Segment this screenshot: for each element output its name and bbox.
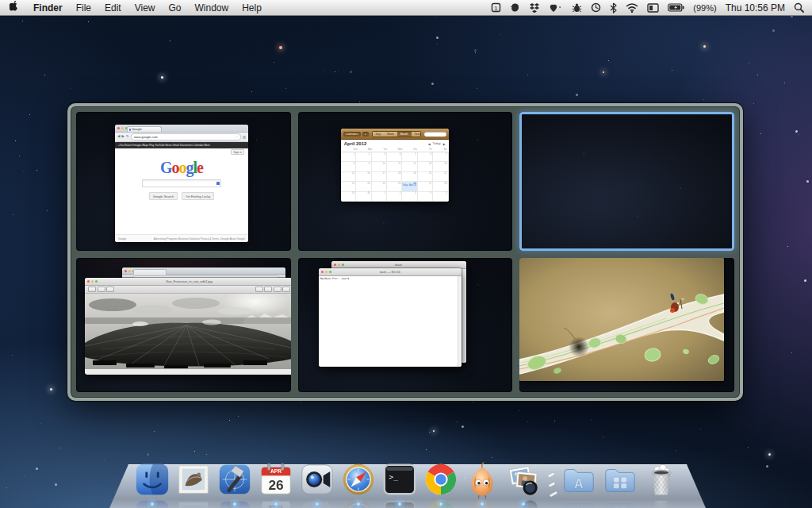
san-francisco-panorama-photo — [85, 294, 291, 369]
menu-window[interactable]: Window — [195, 2, 229, 13]
space-4-preview[interactable]: San_Francisco_in_ruin_edit2.jpg — [76, 258, 291, 392]
app-box-icon[interactable]: 1 — [491, 2, 501, 13]
calendar-day: 23 — [356, 182, 371, 191]
svg-text:>_: >_ — [389, 472, 399, 481]
calendar-day: 17 — [372, 172, 387, 182]
time-machine-icon[interactable] — [591, 2, 601, 13]
space-2-ical[interactable]: Calendars + DayWeekMonthYear April 2012 … — [298, 112, 513, 251]
menu-edit[interactable]: Edit — [105, 2, 121, 13]
logo-letter: e — [197, 159, 203, 176]
dock-safari-icon[interactable] — [340, 461, 377, 498]
bright-star — [279, 46, 282, 49]
apple-menu-icon[interactable] — [10, 1, 20, 15]
chrome-menu-icon — [243, 136, 246, 139]
menu-bar-left: Finder File Edit View Go Window Help — [0, 1, 262, 15]
calendar-day: 9 — [356, 162, 371, 171]
ical-window-thumbnail[interactable]: Calendars + DayWeekMonthYear April 2012 … — [341, 129, 449, 202]
dock-terminal-icon[interactable]: >_ — [381, 461, 418, 498]
prev-month-arrow: ◀ — [428, 142, 431, 146]
bluetooth-icon[interactable] — [610, 2, 617, 13]
space-1-chrome-google[interactable]: Google ◀ ▶ ↻ www.google.com☆ +You Search… — [76, 112, 291, 251]
svg-text:A: A — [574, 476, 584, 491]
chrome-tab: Google — [127, 126, 162, 132]
calendar-day: 1 — [341, 152, 356, 162]
calendar-day: 24 — [372, 182, 387, 191]
menu-file[interactable]: File — [76, 2, 91, 13]
dock-xcode-icon[interactable] — [216, 461, 253, 498]
bookmark-star-icon: ☆ — [235, 135, 238, 140]
back-icon: ◀ — [117, 135, 120, 139]
view-segmented-control: DayWeekMonthYear — [372, 131, 421, 137]
calendar-day: 2 — [387, 192, 402, 202]
calendar-day: 13 — [418, 162, 433, 171]
dock-facetime-icon[interactable] — [299, 461, 335, 498]
desktop: Finder File Edit View Go Window Help 1 — [0, 0, 812, 508]
menu-help[interactable]: Help — [242, 2, 262, 13]
logo-letter: G — [160, 159, 172, 176]
dock-preview-icon[interactable] — [505, 461, 542, 498]
ical-month-title: April 2012 — [344, 141, 367, 146]
bug-icon[interactable] — [572, 2, 582, 13]
battery-icon[interactable] — [668, 3, 684, 12]
dock-chrome-icon[interactable] — [423, 461, 459, 498]
dropbox-icon[interactable] — [529, 2, 540, 13]
dock-items: APR 26 — [134, 461, 680, 498]
calendar-day: 12 — [402, 162, 417, 171]
dock-botanicula-icon[interactable] — [464, 461, 500, 498]
calendar-day: 22 — [341, 182, 356, 191]
calendar-day: 3 — [372, 152, 387, 162]
calendar-day: 27 — [418, 182, 433, 191]
menu-app-name[interactable]: Finder — [33, 2, 63, 13]
spotlight-icon[interactable] — [794, 2, 804, 13]
display-icon[interactable] — [647, 3, 659, 13]
menu-clock[interactable]: Thu 10:56 PM — [726, 2, 785, 13]
terminal-scrollbar — [458, 276, 462, 367]
dock-applications-folder-icon[interactable]: A — [561, 461, 597, 498]
preview-window-thumbnail[interactable]: San_Francisco_in_ruin_edit2.jpg — [85, 278, 291, 375]
calendar-day: 11 — [387, 162, 402, 171]
wifi-icon[interactable] — [626, 3, 638, 13]
calendar-day: 16 — [356, 172, 371, 182]
google-search-input — [142, 179, 221, 187]
bright-star — [50, 388, 52, 391]
terminal-back-title: bash — [395, 263, 402, 267]
bright-star — [703, 45, 706, 48]
chrome-window-thumbnail[interactable]: Google ◀ ▶ ↻ www.google.com☆ +You Search… — [115, 125, 248, 242]
bright-star — [603, 71, 604, 73]
terminal-front-title: bash — 80×24 — [380, 270, 400, 274]
ical-toolbar: Calendars + DayWeekMonthYear — [341, 129, 449, 140]
dock-mail-icon[interactable] — [175, 461, 212, 498]
dock-windows-folder-icon[interactable] — [602, 461, 638, 498]
chrome-toolbar: ◀ ▶ ↻ www.google.com☆ — [115, 133, 248, 142]
calendar-day: 4 — [418, 192, 433, 202]
dock-calendar-icon[interactable]: APR 26 — [258, 461, 294, 498]
menu-go[interactable]: Go — [169, 2, 182, 13]
space-6-botanicula[interactable] — [519, 258, 734, 392]
logo-letter: o — [172, 159, 179, 176]
evernote-icon[interactable] — [510, 2, 520, 13]
google-buttons: Google Search I'm Feeling Lucky — [115, 192, 248, 200]
battery-percent: (99%) — [693, 3, 716, 13]
tab-title: Google — [132, 127, 142, 131]
dock-trash-icon[interactable] — [643, 461, 680, 498]
google-nav-links: +You Search Images Maps Play YouTube New… — [118, 142, 210, 148]
chrome-tabstrip: Google — [115, 125, 248, 133]
ical-nav: ◀ Today ▶ — [428, 142, 446, 146]
calendars-button: Calendars — [343, 132, 361, 137]
botanicula-game-thumbnail[interactable] — [519, 258, 724, 381]
view-month-selected: Month — [397, 132, 412, 137]
keyboard-icon — [216, 182, 220, 185]
google-black-bar: +You Search Images Maps Play YouTube New… — [115, 142, 248, 148]
space-3-empty-selected[interactable] — [519, 112, 734, 251]
svg-text:26: 26 — [268, 477, 283, 493]
terminal-window-front[interactable]: bash — 80×24 MacBook-Pro:~ user$ — [319, 268, 462, 367]
space-5-terminal[interactable]: bash bash — 80×24 MacBook-Pro:~ user$ — [298, 258, 513, 392]
logo-letter: g — [186, 159, 193, 176]
dock-finder-icon[interactable] — [134, 461, 170, 498]
menu-view[interactable]: View — [135, 2, 155, 13]
preview-title: San_Francisco_in_ruin_edit2.jpg — [166, 279, 212, 283]
terminal-prompt: MacBook-Pro:~ user$ — [320, 277, 349, 280]
calendar-day: 28 — [433, 182, 448, 191]
heart-menu-icon[interactable] — [549, 2, 563, 13]
menu-bar-status: 1 — [491, 2, 812, 13]
